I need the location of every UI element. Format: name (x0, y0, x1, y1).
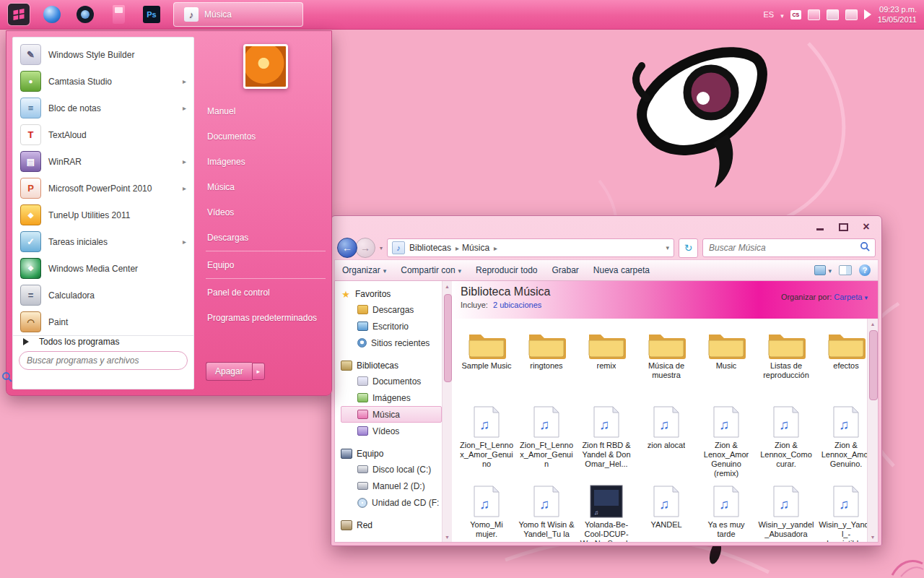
chevron-down-icon[interactable] (864, 293, 868, 301)
file-tile[interactable]: ♫ Zion ft RBD & Yandel & Don Omar_Hel... (578, 404, 635, 480)
file-tile[interactable]: ♫ Yomo ft Wisin & Yandel_Tu la ves (518, 483, 575, 542)
scrollbar-thumb[interactable] (444, 294, 452, 382)
forward-button[interactable] (355, 238, 375, 258)
file-tile[interactable]: Música de muestra (637, 324, 695, 401)
file-tile[interactable]: ♫ Yolanda-Be-Cool-DCUP-We-No-Speak-Am... (578, 483, 635, 542)
start-menu-link[interactable]: Vídeos (206, 200, 326, 225)
nav-item[interactable]: Vídeos (341, 423, 442, 439)
preview-pane-button[interactable] (839, 265, 852, 275)
tray-action-center-icon[interactable] (808, 9, 820, 20)
file-tile[interactable]: ♫ Zion & Lenox_Amor Genuino (remix) (697, 404, 755, 480)
file-tile[interactable]: ♫ Zion_Ft_Lennox_Amor_Genuin (518, 404, 575, 480)
file-tile[interactable]: Sample Music (458, 324, 515, 401)
nav-item[interactable]: Unidad de CD (F: (341, 494, 442, 511)
start-menu-app-item[interactable]: Bloc de notas (13, 95, 193, 121)
start-menu-app-item[interactable]: Paint (13, 309, 193, 335)
start-search-input[interactable] (19, 351, 188, 370)
scroll-down-icon[interactable]: ▼ (868, 532, 878, 542)
nav-item[interactable]: Descargas (341, 301, 442, 318)
scroll-up-icon[interactable]: ▲ (868, 319, 878, 329)
file-tile[interactable]: ♫ Wisin_y_Yandel_-_Irresistible_- (817, 483, 867, 542)
history-dropdown-icon[interactable] (380, 245, 383, 251)
arrange-value[interactable]: Carpeta (834, 293, 862, 301)
start-menu-app-item[interactable]: Camtasia Studio (13, 68, 193, 95)
scroll-down-icon[interactable]: ▼ (443, 532, 452, 542)
nav-item[interactable]: Escritorio (341, 318, 442, 335)
address-dropdown-icon[interactable] (666, 244, 669, 251)
command-bar-item[interactable]: Nueva carpeta (593, 265, 650, 275)
start-menu-link[interactable]: Programas predeterminados (206, 306, 326, 331)
scroll-up-icon[interactable]: ▲ (443, 281, 452, 291)
shutdown-options-arrow[interactable] (252, 363, 265, 380)
change-view-button[interactable] (814, 265, 832, 275)
file-tile[interactable]: ♫ Zion_Ft_Lennox_Amor_Genuino (458, 404, 515, 480)
start-menu-app-item[interactable]: Tareas iniciales (13, 228, 193, 255)
start-menu-link[interactable]: Documentos (206, 124, 326, 150)
gameboy-app-icon[interactable] (107, 3, 130, 26)
window-titlebar[interactable] (334, 216, 879, 236)
minimize-button[interactable] (812, 222, 828, 233)
start-menu-link[interactable]: Panel de control (206, 280, 326, 306)
photoshop-app-icon[interactable] (140, 3, 163, 26)
start-menu-link[interactable]: Descargas (206, 225, 326, 251)
command-bar-item[interactable]: Compartir con (401, 265, 461, 275)
file-tile[interactable]: ♫ YANDEL (637, 483, 695, 542)
help-button[interactable] (859, 264, 871, 276)
file-tile[interactable]: Music (697, 324, 755, 401)
favorites-header[interactable]: Favoritos (341, 287, 442, 301)
start-menu-app-item[interactable]: TextAloud (13, 121, 193, 148)
file-tile[interactable]: ♫ Zion & Lennox_Como curar. (757, 404, 815, 480)
start-menu-link[interactable]: Imágenes (206, 150, 326, 175)
file-tile[interactable]: efectos (817, 324, 867, 401)
file-tile[interactable]: ringtones (518, 324, 575, 401)
taskbar-task-musica[interactable]: Música (173, 2, 303, 27)
start-menu-app-item[interactable]: TuneUp Utilities 2011 (13, 202, 193, 228)
search-icon[interactable] (860, 241, 871, 255)
start-menu-app-item[interactable]: Windows Style Builder (13, 41, 193, 68)
nav-item[interactable]: Disco local (C:) (341, 461, 442, 478)
nav-item[interactable]: Documentos (341, 373, 442, 389)
file-tile[interactable]: ♫ Yomo_Mi mujer. (458, 483, 515, 542)
nav-item[interactable]: Imágenes (341, 389, 442, 406)
back-button[interactable] (337, 238, 357, 258)
media-player-icon[interactable] (74, 3, 97, 26)
breadcrumb-item[interactable]: Música (461, 243, 499, 253)
file-tile[interactable]: ♫ Ya es muy tarde (697, 483, 755, 542)
scrollbar-thumb[interactable] (869, 330, 878, 400)
refresh-button[interactable] (679, 238, 698, 258)
sidebar-scrollbar[interactable]: ▲ ▼ (442, 281, 452, 542)
address-bar[interactable]: Bibliotecas Música (387, 238, 674, 257)
shutdown-button[interactable]: Apagar (206, 362, 252, 381)
chevron-down-icon[interactable] (780, 8, 784, 21)
search-input[interactable] (707, 242, 857, 254)
file-tile[interactable]: remix (578, 324, 635, 401)
tray-cs-icon[interactable] (790, 10, 801, 20)
maximize-button[interactable] (835, 222, 851, 233)
all-programs-button[interactable]: Todos los programas (13, 335, 193, 347)
network-header[interactable]: Red (341, 518, 442, 532)
start-menu-link[interactable]: Manuel (206, 99, 326, 124)
user-avatar[interactable] (243, 44, 288, 89)
clock[interactable]: 09:23 p.m. 15/05/2011 (878, 4, 917, 25)
command-bar-item[interactable]: Reproducir todo (476, 265, 537, 275)
nav-item[interactable]: Música (341, 406, 442, 423)
file-tile[interactable]: Listas de reproducción (757, 324, 815, 401)
breadcrumb-item[interactable]: Bibliotecas (408, 243, 461, 253)
start-menu-link[interactable]: Equipo (206, 253, 326, 279)
start-menu-app-item[interactable]: WinRAR (13, 148, 193, 175)
start-menu-link[interactable]: Música (206, 175, 326, 200)
computer-header[interactable]: Equipo (341, 447, 442, 461)
tray-clipboard-icon[interactable] (827, 9, 839, 20)
tray-display-icon[interactable] (845, 9, 858, 20)
volume-icon[interactable] (864, 9, 871, 20)
start-menu-app-item[interactable]: Microsoft PowerPoint 2010 (13, 175, 193, 202)
start-button[interactable] (7, 3, 30, 26)
file-tile[interactable]: ♫ zion alocat (637, 404, 695, 480)
language-indicator[interactable]: ES (764, 10, 775, 19)
file-tile[interactable]: ♫ Zion & Lennox_Amor Genuino. (817, 404, 867, 480)
start-menu-app-item[interactable]: Windows Media Center (13, 255, 193, 282)
libraries-header[interactable]: Bibliotecas (341, 358, 442, 373)
browser-icon[interactable] (40, 3, 64, 26)
close-button[interactable] (858, 222, 874, 233)
includes-link[interactable]: 2 ubicaciones (493, 301, 541, 309)
